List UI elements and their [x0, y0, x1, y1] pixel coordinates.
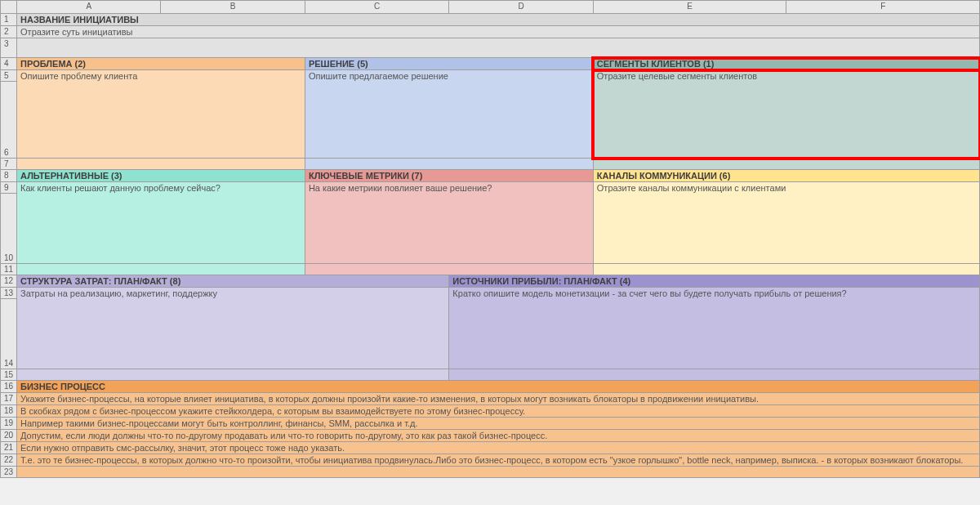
cost-header-cell[interactable]: СТРУКТУРА ЗАТРАТ: ПЛАН/ФАКТ (8): [17, 275, 449, 288]
bp-line-2[interactable]: В скобках рядом с бизнес-процессом укажи…: [17, 405, 980, 418]
row-5[interactable]: 5: [1, 70, 17, 82]
solution-body-cell[interactable]: Опишите предлагаемое решение: [305, 70, 593, 159]
bp-line-6[interactable]: Т.е. это те бизнес-процессы, в которых д…: [17, 454, 980, 467]
cost-spacer[interactable]: [17, 369, 449, 381]
title-header-cell[interactable]: НАЗВАНИЕ ИНИЦИАТИВЫ: [17, 14, 980, 26]
row-11[interactable]: 11: [1, 264, 17, 275]
row-17[interactable]: 17: [1, 393, 17, 405]
rev-spacer[interactable]: [449, 369, 980, 381]
alt-body-cell[interactable]: Как клиенты решают данную проблему сейча…: [17, 182, 305, 264]
row-18[interactable]: 18: [1, 405, 17, 418]
alt-header-cell[interactable]: АЛЬТЕРНАТИВНЫЕ (3): [17, 170, 305, 182]
row-23[interactable]: 23: [1, 467, 17, 478]
segments-header-cell[interactable]: СЕГМЕНТЫ КЛИЕНТОВ (1): [593, 58, 979, 70]
row-21[interactable]: 21: [1, 442, 17, 454]
corner-cell[interactable]: [1, 1, 17, 14]
col-F[interactable]: F: [786, 1, 980, 14]
metrics-header-cell[interactable]: КЛЮЧЕВЫЕ МЕТРИКИ (7): [305, 170, 593, 182]
bp-header-cell[interactable]: БИЗНЕС ПРОЦЕСС: [17, 381, 980, 393]
row-16[interactable]: 16: [1, 381, 17, 393]
row-2[interactable]: 2: [1, 26, 17, 38]
row-20[interactable]: 20: [1, 430, 17, 442]
channels-header-cell[interactable]: КАНАЛЫ КОММУНИКАЦИИ (6): [593, 170, 979, 182]
channels-spacer[interactable]: [593, 264, 979, 275]
row-10[interactable]: 10: [1, 194, 17, 264]
alt-spacer[interactable]: [17, 264, 305, 275]
rev-header-cell[interactable]: ИСТОЧНИКИ ПРИБЫЛИ: ПЛАН/ФАКТ (4): [449, 275, 980, 288]
row-9[interactable]: 9: [1, 182, 17, 194]
segments-body-cell[interactable]: Отразите целевые сегменты клиентов: [593, 70, 979, 159]
row-8[interactable]: 8: [1, 170, 17, 182]
solution-spacer[interactable]: [305, 159, 593, 170]
problem-spacer[interactable]: [17, 159, 305, 170]
row-19[interactable]: 19: [1, 418, 17, 430]
bp-line-5[interactable]: Если нужно отправить смс-рассылку, значи…: [17, 442, 980, 454]
cost-body-cell[interactable]: Затраты на реализацию, маркетинг, поддер…: [17, 288, 449, 369]
row-1[interactable]: 1: [1, 14, 17, 26]
rev-body-cell[interactable]: Кратко опишите модель монетизации - за с…: [449, 288, 980, 369]
channels-body-cell[interactable]: Отразите каналы коммуникации с клиентами: [593, 182, 979, 264]
spreadsheet[interactable]: A B C D E F 1 НАЗВАНИЕ ИНИЦИАТИВЫ 2 Отра…: [0, 0, 980, 478]
problem-header-cell[interactable]: ПРОБЛЕМА (2): [17, 58, 305, 70]
row-6[interactable]: 6: [1, 82, 17, 159]
row-15[interactable]: 15: [1, 369, 17, 381]
row-4[interactable]: 4: [1, 58, 17, 70]
metrics-spacer[interactable]: [305, 264, 593, 275]
problem-body-cell[interactable]: Опишите проблему клиента: [17, 70, 305, 159]
segments-spacer[interactable]: [593, 159, 979, 170]
row-7[interactable]: 7: [1, 159, 17, 170]
col-E[interactable]: E: [593, 1, 786, 14]
title-spacer-cell[interactable]: [17, 38, 980, 58]
metrics-body-cell[interactable]: На какие метрики повлияет ваше решение?: [305, 182, 593, 264]
title-body-cell[interactable]: Отразите суть инициативы: [17, 26, 980, 38]
bp-line-4[interactable]: Допустим, если люди должны что-то по-дру…: [17, 430, 980, 442]
row-13[interactable]: 13: [1, 288, 17, 299]
row-22[interactable]: 22: [1, 454, 17, 467]
col-C[interactable]: C: [305, 1, 448, 14]
bp-line-3[interactable]: Например такими бизнес-процессами могут …: [17, 418, 980, 430]
bp-line-1[interactable]: Укажите бизнес-процессы, на которые влия…: [17, 393, 980, 405]
col-B[interactable]: B: [161, 1, 305, 14]
col-A[interactable]: A: [17, 1, 161, 14]
column-header-row: A B C D E F: [1, 1, 980, 14]
col-D[interactable]: D: [449, 1, 593, 14]
row-12[interactable]: 12: [1, 275, 17, 288]
solution-header-cell[interactable]: РЕШЕНИЕ (5): [305, 58, 593, 70]
row-3[interactable]: 3: [1, 38, 17, 58]
row-14[interactable]: 14: [1, 299, 17, 369]
bp-spacer[interactable]: [17, 467, 980, 478]
